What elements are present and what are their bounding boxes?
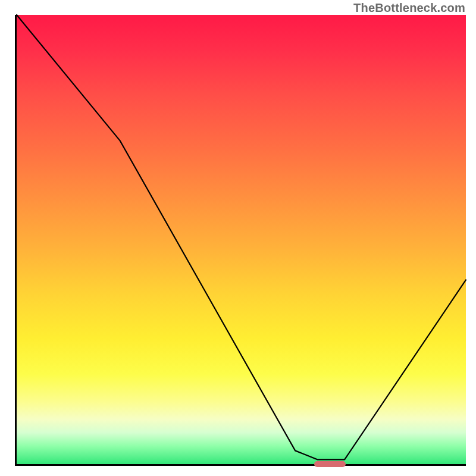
watermark-text: TheBottleneck.com [353,1,465,15]
optimum-marker [314,461,346,467]
bottleneck-curve [17,15,466,464]
plot-area [15,15,466,466]
curve-path [17,15,466,459]
